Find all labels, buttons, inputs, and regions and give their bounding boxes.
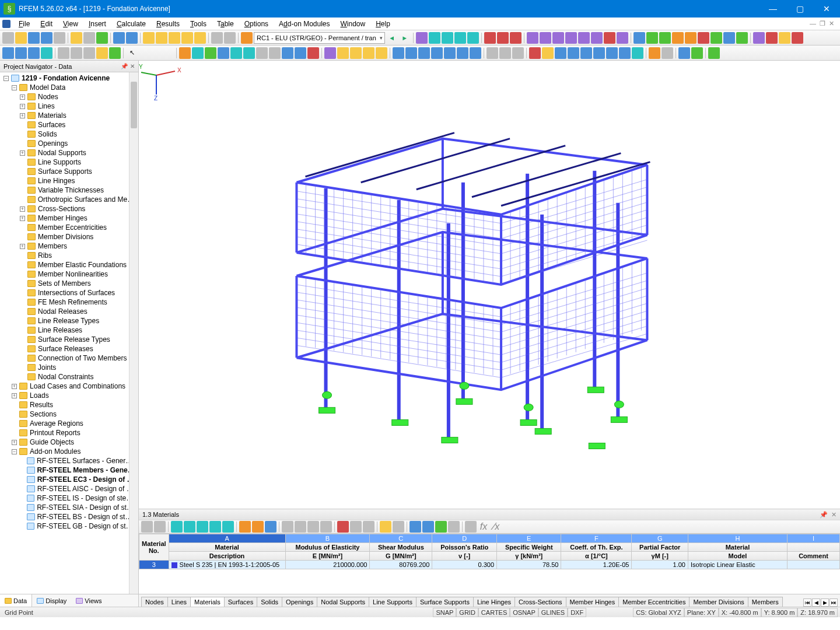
- tab-line-hinges[interactable]: Line Hinges: [473, 597, 515, 607]
- tree-item[interactable]: Sets of Members: [0, 279, 138, 288]
- tt1-icon[interactable]: [141, 521, 153, 533]
- tree-item[interactable]: +Members: [0, 242, 138, 251]
- tree-item[interactable]: +Cross-Sections: [0, 204, 138, 214]
- p3-icon[interactable]: [552, 32, 564, 44]
- tab-lines[interactable]: Lines: [167, 597, 191, 607]
- arrow-icon[interactable]: ↖: [126, 47, 138, 59]
- menu-table[interactable]: Table: [212, 19, 239, 29]
- tt24-icon[interactable]: [465, 521, 477, 533]
- tab-member-hinges[interactable]: Member Hinges: [566, 597, 620, 607]
- t3b-icon[interactable]: [192, 47, 204, 59]
- tree-item[interactable]: +Nodes: [0, 92, 138, 102]
- t2f-icon[interactable]: [71, 47, 82, 59]
- t4b-icon[interactable]: [337, 47, 349, 59]
- t2d-icon[interactable]: [41, 47, 52, 59]
- status-toggle-snap[interactable]: SNAP: [433, 608, 456, 617]
- tree-item[interactable]: RF-STEEL Surfaces - General stre: [0, 456, 138, 466]
- p7-icon[interactable]: [604, 32, 615, 44]
- nav-tab-display[interactable]: Display: [32, 594, 71, 607]
- b6-icon[interactable]: [698, 32, 709, 44]
- tree-item[interactable]: Connection of Two Members: [0, 354, 138, 363]
- b2-icon[interactable]: [646, 32, 658, 44]
- saveall-icon[interactable]: [41, 32, 52, 44]
- tree-item[interactable]: Solids: [0, 130, 138, 139]
- save-icon[interactable]: [28, 32, 40, 44]
- r1-icon[interactable]: [484, 32, 496, 44]
- tt22-icon[interactable]: [435, 521, 447, 533]
- tree-item[interactable]: −Model Data: [0, 83, 138, 92]
- tree-item[interactable]: Surfaces: [0, 120, 138, 130]
- folder-icon[interactable]: [71, 32, 82, 44]
- tt4-icon[interactable]: [184, 521, 195, 533]
- p5-icon[interactable]: [578, 32, 590, 44]
- tree-item[interactable]: Joints: [0, 363, 138, 372]
- tree-item[interactable]: RF-STEEL IS - Design of steel me: [0, 494, 138, 503]
- c4-icon[interactable]: [792, 32, 803, 44]
- menu-addon[interactable]: Add-on Modules: [274, 19, 334, 29]
- undo-icon[interactable]: [113, 32, 125, 44]
- t7i-icon[interactable]: [632, 47, 643, 59]
- t5g-icon[interactable]: [470, 47, 481, 59]
- t6c-icon[interactable]: [512, 47, 524, 59]
- zoom2-icon[interactable]: [169, 32, 180, 44]
- tree-item[interactable]: Average Regions: [0, 419, 138, 428]
- tree-item[interactable]: Ribs: [0, 251, 138, 260]
- t2h-icon[interactable]: [96, 47, 108, 59]
- nav-tab-views[interactable]: Views: [71, 594, 106, 607]
- menu-results[interactable]: Results: [152, 19, 184, 29]
- tt10-icon[interactable]: [265, 521, 276, 533]
- calc-icon[interactable]: [416, 32, 428, 44]
- tt8-icon[interactable]: [239, 521, 251, 533]
- tt7-icon[interactable]: [222, 521, 234, 533]
- tree-item[interactable]: Sections: [0, 410, 138, 419]
- tree-item[interactable]: Nodal Constraints: [0, 372, 138, 382]
- child-close-icon[interactable]: ✕: [828, 20, 835, 27]
- tt6-icon[interactable]: [209, 521, 221, 533]
- table-pin-icon[interactable]: 📌: [820, 511, 828, 519]
- t2a-icon[interactable]: [2, 47, 14, 59]
- tab-materials[interactable]: Materials: [190, 597, 225, 607]
- t2b-icon[interactable]: [15, 47, 27, 59]
- tt3-icon[interactable]: [171, 521, 183, 533]
- next-lc-icon[interactable]: ►: [399, 32, 411, 44]
- t5a-icon[interactable]: [393, 47, 404, 59]
- tree-item[interactable]: Variable Thicknesses: [0, 186, 138, 195]
- p4-icon[interactable]: [565, 32, 577, 44]
- t5f-icon[interactable]: [457, 47, 468, 59]
- tree-item[interactable]: −Add-on Modules: [0, 447, 138, 456]
- t4e-icon[interactable]: [376, 47, 387, 59]
- status-toggle-glines[interactable]: GLINES: [538, 608, 568, 617]
- t7b-icon[interactable]: [542, 47, 554, 59]
- prev-lc-icon[interactable]: ◄: [386, 32, 398, 44]
- b1-icon[interactable]: [634, 32, 645, 44]
- grid-icon[interactable]: [211, 32, 223, 44]
- tt11-icon[interactable]: [282, 521, 293, 533]
- tree-item[interactable]: Nodal Releases: [0, 307, 138, 316]
- tt18-icon[interactable]: [380, 521, 391, 533]
- tree-item[interactable]: RF-STEEL BS - Design of steel m: [0, 512, 138, 522]
- tree-item[interactable]: +Nodal Supports: [0, 148, 138, 158]
- tab-next-icon[interactable]: ▶: [821, 598, 829, 607]
- minimize-button[interactable]: —: [760, 0, 786, 18]
- t2i-icon[interactable]: [109, 47, 121, 59]
- tree-item[interactable]: Surface Releases: [0, 344, 138, 354]
- redo-icon[interactable]: [126, 32, 138, 44]
- b5-icon[interactable]: [685, 32, 696, 44]
- tab-last-icon[interactable]: ⏭: [830, 598, 838, 607]
- c2-icon[interactable]: [766, 32, 778, 44]
- tree-item[interactable]: RF-STEEL EC3 - Design of stee: [0, 475, 138, 484]
- res3-icon[interactable]: [454, 32, 466, 44]
- tree-item[interactable]: Orthotropic Surfaces and Memb: [0, 195, 138, 204]
- tt14-icon[interactable]: [320, 521, 332, 533]
- menu-view[interactable]: View: [58, 19, 83, 29]
- tree-item[interactable]: Line Releases: [0, 326, 138, 335]
- res1-icon[interactable]: [429, 32, 440, 44]
- menu-tools[interactable]: Tools: [186, 19, 211, 29]
- find-icon[interactable]: [143, 32, 155, 44]
- close-button[interactable]: ✕: [813, 0, 840, 18]
- t5e-icon[interactable]: [444, 47, 456, 59]
- pan2-icon[interactable]: [194, 32, 206, 44]
- t4d-icon[interactable]: [363, 47, 374, 59]
- tree-item[interactable]: Surface Release Types: [0, 335, 138, 344]
- t7e-icon[interactable]: [580, 47, 592, 59]
